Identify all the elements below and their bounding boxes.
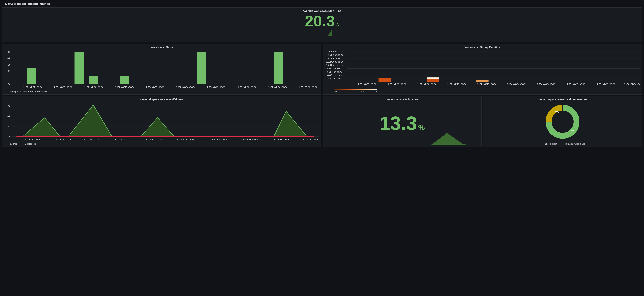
svg-text:15:46:00: 15:46:00 (387, 83, 406, 85)
svg-text:0: 0 (7, 135, 10, 138)
svg-text:15:45:30: 15:45:30 (23, 86, 42, 88)
svg-point-101 (196, 136, 198, 137)
svg-text:3: 3 (7, 64, 10, 66)
svg-rect-27 (226, 84, 235, 84)
svg-point-106 (269, 136, 270, 137)
svg-text:160 sec: 160 sec (326, 54, 343, 56)
scale-tick: 0.0 (334, 91, 337, 93)
svg-text:75%: 75% (570, 129, 574, 132)
legend-item: BadRequest (540, 142, 557, 145)
svg-text:15:47:30: 15:47:30 (145, 138, 164, 141)
svg-rect-13 (27, 68, 36, 84)
svg-point-105 (254, 136, 256, 137)
svg-marker-84 (23, 117, 60, 136)
svg-text:2: 2 (7, 125, 10, 128)
svg-text:20 sec: 20 sec (327, 77, 342, 80)
svg-point-89 (22, 136, 24, 137)
svg-text:15:47:00: 15:47:00 (114, 138, 134, 141)
chart-body: 5 4 3 2 1 0 (4, 50, 320, 89)
svg-rect-30 (288, 84, 297, 84)
svg-text:15:47:00: 15:47:00 (114, 86, 134, 88)
section-header[interactable]: DevWorkspace-specific metrics (2, 2, 642, 7)
svg-rect-31 (303, 84, 312, 84)
svg-rect-64 (427, 77, 439, 79)
svg-text:15:47:00: 15:47:00 (447, 83, 466, 85)
svg-point-94 (94, 136, 96, 137)
panel-failure-rate[interactable]: DevWorkspace failure rate 13.3 % (323, 96, 482, 147)
svg-text:15:49:30: 15:49:30 (596, 83, 615, 85)
panel-avg-start-time[interactable]: Average Workspace Start Time 20.3 s (2, 7, 642, 42)
svg-text:15:49:30: 15:49:30 (268, 86, 287, 88)
svg-text:15:45:30: 15:45:30 (21, 138, 40, 141)
svg-text:5: 5 (7, 51, 10, 53)
legend-swatch (560, 144, 563, 144)
svg-text:15:50:00: 15:50:00 (298, 86, 317, 88)
svg-rect-65 (476, 80, 488, 82)
svg-text:140 sec: 140 sec (326, 57, 343, 60)
panel-startup-duration[interactable]: Workspace Startup Duration 180 sec 160 s… (323, 44, 642, 95)
legend-item: Workspaces started (source=unknown) (4, 90, 48, 93)
legend-item: Failures (4, 142, 17, 145)
svg-marker-85 (68, 105, 112, 136)
svg-point-91 (51, 136, 52, 137)
chart-body: 25% 75% (485, 102, 640, 141)
donut-chart: 25% 75% (544, 103, 581, 140)
legend: BadRequest InfrastructureFailure (485, 141, 640, 145)
svg-text:15:49:00: 15:49:00 (237, 86, 256, 88)
svg-rect-25 (178, 84, 188, 84)
svg-rect-23 (149, 84, 158, 84)
svg-point-95 (109, 136, 111, 137)
color-scale: 0.0 2.0 4.0 5.0 (324, 89, 640, 93)
svg-rect-21 (104, 84, 113, 84)
panel-successes-failures[interactable]: DevWorkspace successes/failures 6 4 2 0 (2, 96, 321, 147)
gradient-labels: 0.0 2.0 4.0 5.0 (334, 90, 378, 93)
svg-rect-20 (56, 84, 65, 84)
svg-marker-0 (312, 29, 332, 36)
svg-text:15:46:30: 15:46:30 (417, 83, 436, 85)
svg-point-90 (36, 136, 38, 137)
legend: Workspaces started (source=unknown) (4, 89, 320, 93)
svg-text:1: 1 (7, 77, 10, 79)
legend-swatch (540, 144, 543, 144)
svg-point-107 (283, 136, 285, 137)
svg-text:15:45:30: 15:45:30 (357, 83, 376, 85)
svg-rect-14 (75, 52, 84, 84)
svg-point-108 (298, 136, 300, 137)
svg-text:15:48:30: 15:48:30 (207, 138, 227, 141)
legend-label: Successes (25, 142, 36, 145)
svg-rect-19 (42, 84, 50, 84)
sparkline (312, 29, 332, 36)
panel-failure-reasons[interactable]: DevWorkspace Startup Failure Reasons 25%… (483, 96, 642, 147)
stat-value-row: 20.3 s (4, 13, 640, 29)
svg-text:15:48:30: 15:48:30 (206, 86, 226, 88)
scale-tick: 4.0 (361, 91, 364, 93)
svg-rect-63 (427, 79, 439, 82)
chart-body: 6 4 2 0 (4, 102, 320, 141)
svg-rect-26 (212, 84, 220, 84)
legend-label: InfrastructureFailure (565, 142, 585, 145)
svg-text:2: 2 (7, 70, 10, 73)
svg-text:80 sec: 80 sec (327, 67, 342, 70)
svg-point-97 (138, 136, 140, 137)
svg-marker-87 (274, 111, 307, 136)
svg-text:15:48:00: 15:48:00 (175, 86, 195, 88)
svg-text:15:46:30: 15:46:30 (83, 138, 102, 141)
svg-text:4: 4 (7, 115, 10, 117)
stat-unit: % (418, 123, 425, 132)
panel-workspace-starts[interactable]: Workspace Starts 5 4 3 2 1 0 (2, 44, 321, 95)
bar-chart: 5 4 3 2 1 0 (4, 50, 320, 89)
svg-point-109 (312, 136, 314, 137)
panel-title: DevWorkspace successes/failures (4, 97, 320, 102)
svg-point-93 (80, 136, 82, 137)
svg-rect-22 (135, 84, 144, 84)
panel-title: Workspace Starts (4, 45, 320, 50)
dashboard-grid: Average Workspace Start Time 20.3 s Work… (2, 7, 642, 147)
scale-tick: 5.0 (374, 91, 378, 93)
stat-value: 20.3 (305, 13, 335, 29)
svg-text:15:49:00: 15:49:00 (238, 138, 258, 141)
svg-rect-61 (379, 79, 391, 82)
panel-title: DevWorkspace failure rate (324, 97, 480, 102)
legend-swatch (4, 144, 7, 144)
svg-text:15:46:00: 15:46:00 (52, 138, 71, 141)
svg-text:60 sec: 60 sec (327, 71, 342, 73)
